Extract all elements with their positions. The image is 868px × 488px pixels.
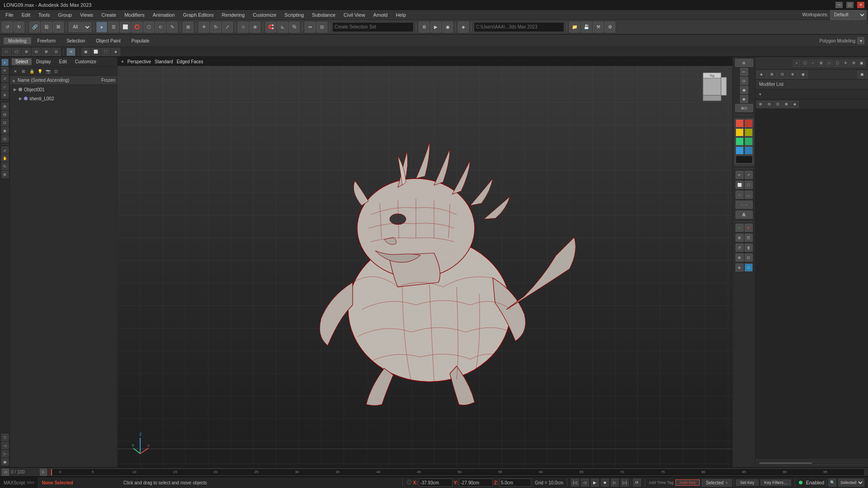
scene-item-shenti[interactable]: ▶ shenti_L002 — [10, 94, 117, 103]
se-icon1[interactable]: ✕ — [12, 68, 19, 75]
scene-tab-display[interactable]: Display — [33, 58, 55, 65]
render-setup-btn[interactable]: ⚙ — [419, 22, 429, 33]
rt-active-btn[interactable]: ◉ — [740, 95, 748, 103]
scene-item-object001[interactable]: ▶ Object001 — [10, 85, 117, 94]
menu-create[interactable]: Create — [98, 11, 120, 19]
swatch-red2[interactable] — [745, 119, 753, 127]
path-input[interactable] — [474, 22, 564, 32]
y-input[interactable] — [459, 479, 493, 487]
scene-tab-edit[interactable]: Edit — [56, 58, 71, 65]
menu-arnold[interactable]: Arnold — [370, 11, 392, 19]
menu-modifiers[interactable]: Modifiers — [121, 11, 148, 19]
se-icon6[interactable]: ⊡ — [52, 68, 60, 75]
tab-populate[interactable]: Populate — [127, 38, 154, 44]
poly-settings-btn[interactable]: ▾ — [857, 37, 864, 44]
pt-btn10[interactable]: ◈ — [111, 48, 120, 56]
lp-icon-display[interactable]: ◎ — [1, 135, 9, 142]
pt-btn4[interactable]: ⊟ — [32, 48, 41, 56]
link-btn[interactable]: 🔗 — [29, 22, 40, 33]
play-next-btn[interactable]: ▷ — [40, 469, 47, 476]
viewport-main[interactable]: + Perspective Standard Edged Faces — [118, 57, 732, 467]
tools-btn2[interactable]: ⚒ — [593, 22, 604, 33]
fence-select-btn[interactable]: ⬡ — [143, 22, 154, 33]
scene-header[interactable]: ▲ Name (Sorted Ascending) Frozen — [10, 76, 117, 85]
quick-render-btn[interactable]: ▶ — [430, 22, 441, 33]
rt-fit-btn[interactable]: ⊡ — [740, 77, 748, 85]
menu-group[interactable]: Group — [54, 11, 75, 19]
select-move-btn[interactable]: ✛ — [198, 22, 209, 33]
select-by-name-btn[interactable]: ☰ — [108, 22, 119, 33]
settings-btn[interactable]: ⚙ — [604, 22, 615, 33]
lp-icon-hier2[interactable]: ⊡ — [1, 119, 9, 126]
play-btn[interactable]: ▶ — [591, 479, 599, 487]
close-button[interactable]: ✕ — [857, 2, 864, 8]
select-rotate-btn[interactable]: ↻ — [210, 22, 221, 33]
lp-icon-modify[interactable]: ⊟ — [1, 111, 9, 118]
pt-btn7[interactable]: ▣ — [81, 48, 90, 56]
filter-dropdown[interactable]: All — [69, 22, 91, 32]
vp-standard-label[interactable]: Standard — [155, 59, 173, 64]
mod-sub3[interactable]: ⊡ — [774, 101, 782, 108]
modifier-dropdown[interactable]: ▾ — [755, 89, 868, 99]
lp-icon-zoom[interactable]: ⊿ — [1, 146, 9, 154]
key-filters-btn[interactable]: Key Filters... — [760, 479, 791, 486]
menu-substance[interactable]: Substance — [308, 11, 339, 19]
rp-settings-btn[interactable]: ⚙ — [850, 60, 857, 67]
search-btn[interactable]: 🔍 — [828, 479, 836, 487]
tab-freeform[interactable]: Freeform — [33, 38, 61, 44]
create-selection-set-input[interactable] — [332, 22, 414, 32]
go-end-btn[interactable]: ▷| — [621, 479, 629, 487]
redo-btn[interactable]: ↻ — [14, 22, 24, 33]
rt-tool3[interactable]: ⊕ — [736, 263, 744, 272]
angle-snap-btn[interactable]: ⊾ — [277, 22, 288, 33]
snap-toggle-btn[interactable]: 🧲 — [265, 22, 276, 33]
undo-btn[interactable]: ↺ — [2, 22, 13, 33]
nav-cube[interactable]: Top — [696, 70, 728, 102]
lp-icon-bottom4[interactable]: ▣ — [1, 458, 9, 465]
rt-snap1[interactable]: ⊞ — [736, 253, 744, 262]
menu-graph-editors[interactable]: Graph Editors — [179, 11, 217, 19]
activeshade-btn[interactable]: ◉ — [442, 22, 453, 33]
scene-tab-select[interactable]: Select — [12, 58, 32, 65]
menu-rendering[interactable]: Rendering — [218, 11, 249, 19]
rt-draw-circle[interactable]: ○ — [736, 191, 744, 199]
swatch-green2[interactable] — [745, 137, 753, 145]
rt-undo2[interactable]: ↺ — [736, 244, 744, 252]
open-path-btn[interactable]: 📁 — [569, 22, 580, 33]
se-icon5[interactable]: 📷 — [44, 68, 52, 75]
set-key-btn[interactable]: Set Key — [736, 479, 759, 486]
menu-tools[interactable]: Tools — [35, 11, 54, 19]
percent-snap-btn[interactable]: % — [289, 22, 300, 33]
play-prev-btn[interactable]: ◁ — [2, 469, 9, 476]
menu-file[interactable]: File — [2, 11, 17, 19]
mod-tab2[interactable]: ⊞ — [767, 70, 777, 79]
swatch-red1[interactable] — [736, 119, 744, 127]
prev-frame-btn[interactable]: ◁ — [581, 479, 589, 487]
lp-icon-create[interactable]: ⊞ — [1, 103, 9, 110]
select-scale-btn[interactable]: ⤢ — [222, 22, 233, 33]
mod-sub2[interactable]: ⊟ — [765, 101, 773, 108]
x-input[interactable] — [419, 479, 453, 487]
ref-coord-btn[interactable]: ⊹ — [238, 22, 249, 33]
pt-btn-sel[interactable]: ⊚ — [66, 48, 75, 56]
lp-icon-orbit[interactable]: ↻ — [1, 163, 9, 170]
pt-btn6[interactable]: ⊡ — [52, 48, 61, 56]
pt-btn2[interactable]: ⬡ — [12, 48, 21, 56]
rt-draw-arc[interactable]: ◡ — [745, 191, 753, 199]
rt-draw-oval[interactable]: ⬡ — [745, 181, 753, 189]
swatch-black[interactable] — [736, 155, 753, 164]
rp-add-btn[interactable]: + — [793, 60, 800, 67]
swatch-green1[interactable] — [736, 137, 744, 145]
circle-select-btn[interactable]: ⭕ — [132, 22, 142, 33]
stop-btn[interactable]: ■ — [601, 479, 609, 487]
select-object-btn[interactable]: ▸ — [96, 22, 107, 33]
rect-select-btn[interactable]: ⬜ — [120, 22, 131, 33]
minimize-button[interactable]: ─ — [835, 2, 843, 8]
pt-btn3[interactable]: ⊞ — [22, 48, 31, 56]
lp-icon-bottom1[interactable]: ▽ — [1, 434, 9, 441]
lp-icon-bottom3[interactable]: ▷ — [1, 450, 9, 457]
mod-sub4[interactable]: ⊠ — [782, 101, 790, 108]
rt-draw-rect[interactable]: ⬜ — [736, 181, 744, 189]
menu-civil-view[interactable]: Civil View — [340, 11, 368, 19]
scene-tab-customize[interactable]: Customize — [71, 58, 100, 65]
